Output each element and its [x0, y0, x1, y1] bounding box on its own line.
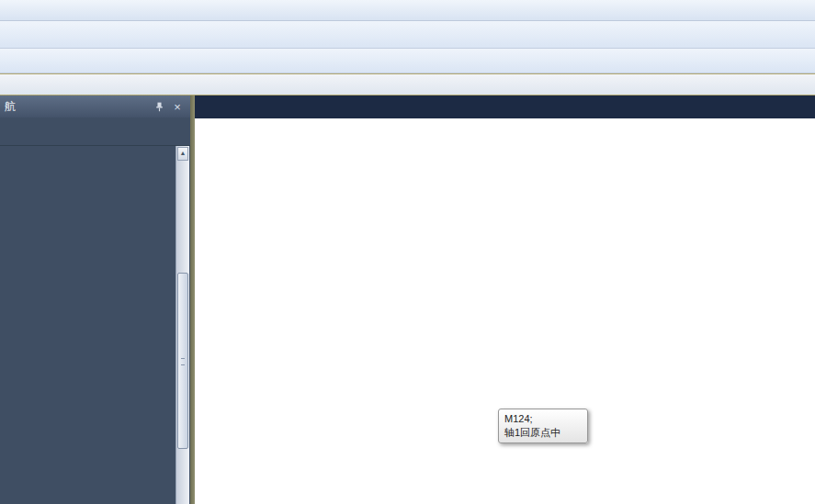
- navigation-panel: 航 × ▲: [0, 95, 190, 504]
- menu-bar: [0, 0, 815, 21]
- tooltip-device: M124;: [504, 412, 582, 426]
- close-panel-icon[interactable]: ×: [169, 98, 186, 115]
- tooltip-comment: 轴1回原点中: [504, 426, 582, 440]
- tree-scrollbar[interactable]: ▲: [175, 146, 189, 504]
- scrollbar-thumb[interactable]: [177, 273, 188, 449]
- document-tab-bar: [195, 95, 815, 118]
- device-tooltip: M124; 轴1回原点中: [498, 409, 588, 443]
- toolbar-program-common: [0, 49, 815, 73]
- navigation-title: 航: [5, 99, 16, 115]
- gx-works2-window: 航 × ▲: [0, 0, 815, 504]
- toolbar-standard: [0, 21, 815, 49]
- toolbar-ladder-symbols: [0, 73, 815, 95]
- navigation-titlebar: 航 ×: [0, 95, 190, 118]
- project-tree: [0, 146, 190, 504]
- ladder-editor[interactable]: [195, 118, 815, 504]
- navigation-toolbar: [0, 118, 190, 146]
- main-area: 航 × ▲: [0, 95, 815, 504]
- pin-icon[interactable]: [151, 98, 167, 115]
- scroll-up-icon[interactable]: ▲: [177, 147, 188, 161]
